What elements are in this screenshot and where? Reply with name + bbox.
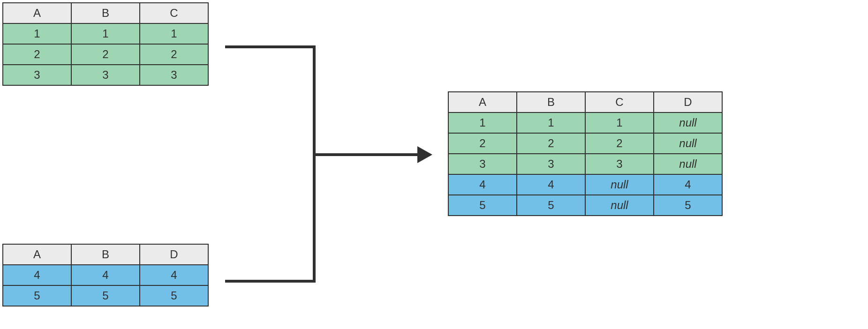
- table-header-row: A B D: [3, 244, 208, 265]
- cell: 1: [71, 23, 140, 44]
- null-cell: null: [654, 154, 722, 174]
- table-row: 1 1 1 null: [448, 112, 722, 133]
- cell: 1: [3, 23, 71, 44]
- cell: 2: [140, 44, 208, 65]
- input-table-bottom: A B D 4 4 4 5 5 5: [2, 244, 209, 307]
- table-header-row: A B C D: [448, 92, 722, 112]
- null-cell: null: [585, 174, 654, 195]
- cell: 1: [140, 23, 208, 44]
- table-header-row: A B C: [3, 3, 208, 23]
- table-row: 5 5 5: [3, 285, 208, 306]
- null-cell: null: [585, 195, 654, 216]
- col-header-A: A: [448, 92, 517, 112]
- cell: 5: [3, 285, 71, 306]
- result-table: A B C D 1 1 1 null 2 2 2 null 3 3 3 null…: [448, 91, 723, 216]
- col-header-A: A: [3, 244, 71, 265]
- cell: 4: [140, 265, 208, 285]
- table-row: 4 4 null 4: [448, 174, 722, 195]
- input-table-top: A B C 1 1 1 2 2 2 3 3 3: [2, 2, 209, 86]
- table-row: 3 3 3: [3, 65, 208, 85]
- cell: 1: [585, 112, 654, 133]
- cell: 2: [448, 133, 517, 154]
- table-row: 3 3 3 null: [448, 154, 722, 174]
- cell: 1: [517, 112, 585, 133]
- cell: 4: [71, 265, 140, 285]
- table-row: 2 2 2: [3, 44, 208, 65]
- cell: 4: [517, 174, 585, 195]
- cell: 5: [654, 195, 722, 216]
- cell: 3: [3, 65, 71, 85]
- col-header-A: A: [3, 3, 71, 23]
- col-header-C: C: [140, 3, 208, 23]
- cell: 2: [517, 133, 585, 154]
- null-cell: null: [654, 133, 722, 154]
- cell: 5: [140, 285, 208, 306]
- col-header-D: D: [654, 92, 722, 112]
- cell: 4: [3, 265, 71, 285]
- null-cell: null: [654, 112, 722, 133]
- table-row: 5 5 null 5: [448, 195, 722, 216]
- cell: 1: [448, 112, 517, 133]
- merge-arrow-icon: [216, 0, 441, 329]
- cell: 3: [71, 65, 140, 85]
- cell: 5: [71, 285, 140, 306]
- cell: 5: [448, 195, 517, 216]
- col-header-D: D: [140, 244, 208, 265]
- table-row: 4 4 4: [3, 265, 208, 285]
- cell: 2: [71, 44, 140, 65]
- table-row: 2 2 2 null: [448, 133, 722, 154]
- cell: 3: [448, 154, 517, 174]
- cell: 2: [3, 44, 71, 65]
- cell: 3: [517, 154, 585, 174]
- cell: 3: [585, 154, 654, 174]
- col-header-C: C: [585, 92, 654, 112]
- cell: 4: [654, 174, 722, 195]
- table-row: 1 1 1: [3, 23, 208, 44]
- col-header-B: B: [71, 244, 140, 265]
- arrowhead-icon: [417, 146, 432, 163]
- cell: 2: [585, 133, 654, 154]
- cell: 5: [517, 195, 585, 216]
- col-header-B: B: [517, 92, 585, 112]
- cell: 3: [140, 65, 208, 85]
- cell: 4: [448, 174, 517, 195]
- col-header-B: B: [71, 3, 140, 23]
